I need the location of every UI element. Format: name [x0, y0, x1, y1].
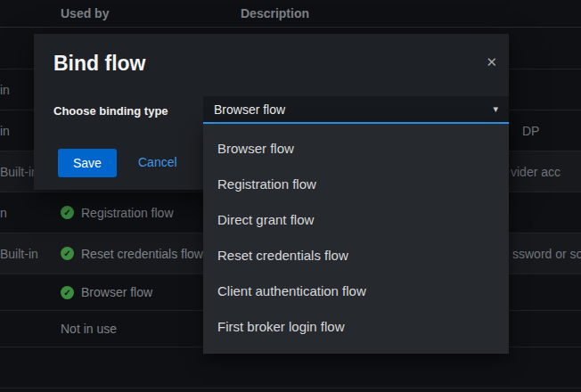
modal-title: Bind flow	[53, 52, 145, 76]
row-used-by-text: Registration flow	[81, 206, 174, 220]
menu-item-client-authentication-flow[interactable]: Client authentication flow	[203, 274, 509, 309]
row-left-text: Built-in	[0, 247, 38, 261]
close-icon: ✕	[486, 54, 497, 69]
menu-item-direct-grant-flow[interactable]: Direct grant flow	[203, 202, 509, 238]
row-used-by-cell: Not in use	[61, 322, 117, 336]
row-left-text: in	[0, 124, 10, 138]
row-left-text: in	[0, 83, 10, 97]
row-used-by-cell: ✓ Reset credentials flow	[61, 247, 203, 261]
check-circle-icon: ✓	[61, 247, 74, 260]
row-used-by-text: Not in use	[61, 322, 117, 336]
binding-type-menu: Browser flow Registration flow Direct gr…	[203, 124, 509, 354]
row-used-by-cell: ✓ Browser flow	[61, 285, 152, 299]
binding-type-label: Choose binding type	[53, 104, 168, 118]
row-description-text: DP	[522, 124, 539, 138]
row-left-text: n	[0, 206, 7, 220]
menu-item-browser-flow[interactable]: Browser flow	[203, 131, 509, 167]
check-circle-icon: ✓	[61, 286, 74, 299]
select-value: Browser flow	[214, 102, 285, 117]
close-button[interactable]: ✕	[486, 55, 497, 69]
caret-down-icon: ▾	[493, 103, 498, 115]
row-description-text: ssword or so	[512, 247, 581, 261]
row-left-text: Built-in	[0, 165, 38, 179]
row-used-by-text: Reset credentials flow	[81, 247, 203, 261]
menu-item-first-broker-login-flow[interactable]: First broker login flow	[203, 309, 509, 345]
check-circle-icon: ✓	[61, 206, 74, 219]
column-header-description: Description	[241, 6, 309, 20]
row-used-by-text: Browser flow	[81, 285, 152, 299]
cancel-button[interactable]: Cancel	[138, 155, 177, 169]
binding-type-select[interactable]: Browser flow ▾	[203, 96, 509, 124]
table-header-row: Used by Description	[0, 0, 581, 28]
menu-item-registration-flow[interactable]: Registration flow	[203, 167, 509, 202]
save-button[interactable]: Save	[58, 149, 117, 177]
column-header-used-by: Used by	[61, 6, 109, 20]
menu-item-reset-credentials-flow[interactable]: Reset credentials flow	[203, 238, 509, 274]
row-used-by-cell: ✓ Registration flow	[61, 206, 174, 220]
row-description-text: vider acc	[511, 165, 561, 179]
